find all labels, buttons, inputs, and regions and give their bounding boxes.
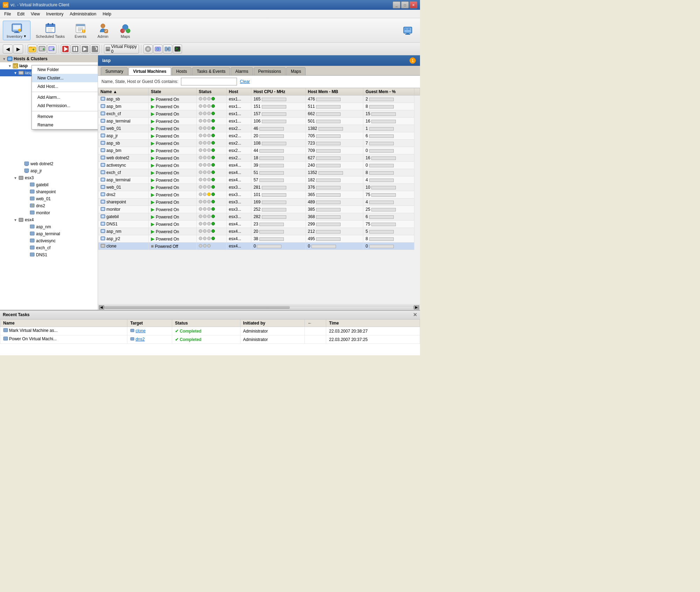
suspend-button[interactable] [71,44,80,54]
ctx-new-cluster[interactable]: New Cluster... Ctrl+L [32,74,98,82]
hscroll-track[interactable] [104,306,414,309]
table-row[interactable]: clone■Powered Offesx4...0 0 0 [98,243,420,250]
tasks-close-button[interactable]: ✕ [413,312,417,318]
new-folder-button[interactable]: + [28,44,37,54]
ctx-add-alarm[interactable]: Add Alarm... [32,93,98,102]
tree-vm-asp-nm[interactable]: asp_nm [0,223,98,230]
hscroll-left[interactable]: ◀ [99,305,104,309]
cd-button[interactable] [144,44,153,54]
menu-help[interactable]: Help [100,11,114,17]
table-row[interactable]: web_01▶Powered Onesx2...46 1382 1 [98,125,420,132]
toolbar-maps[interactable]: Maps [115,21,136,40]
filter-clear[interactable]: Clear [240,79,250,84]
table-row[interactable]: web_01▶Powered Onesx3...281 376 10 [98,184,420,191]
table-row[interactable]: gatebil▶Powered Onesx3...282 368 6 [98,213,420,221]
tree-vm-web01[interactable]: web_01 [0,195,98,202]
task-target-link-2[interactable]: dns2 [135,337,145,342]
migrate-button[interactable] [163,44,172,54]
table-row[interactable]: DNS1▶Powered Onesx4...23 299 75 [98,221,420,228]
menu-view[interactable]: View [28,11,43,17]
maximize-button[interactable]: □ [401,1,409,8]
table-row[interactable]: asp_terminal▶Powered Onesx4...57 182 4 [98,176,420,184]
vm-table-container[interactable]: Name ▲ State Status Host Host CPU - MHz … [98,88,420,304]
tab-alarms[interactable]: Alarms [231,67,253,75]
minimize-button[interactable]: _ [393,1,400,8]
tasks-col-target[interactable]: Target [127,320,172,327]
table-row[interactable]: asp_terminal▶Powered Onesx1...106 501 16 [98,118,420,125]
table-row[interactable]: Mark Virtual Machine as... clone ✔ Compl… [0,327,420,335]
tab-hosts[interactable]: Hosts [172,67,192,75]
tasks-col-status[interactable]: Status [172,320,240,327]
table-row[interactable]: sharepoint▶Powered Onesx3...169 489 4 [98,199,420,206]
tree-host-esx4[interactable]: ▼ esx4 [0,216,98,223]
table-row[interactable]: dns2▶Powered Onesx3...101 365 75 [98,191,420,199]
toolbar-inventory[interactable]: ! Inventory ▼ [3,21,30,40]
ctx-new-folder[interactable]: New Folder Ctrl+F [32,65,98,74]
tree-vm-gatebil[interactable]: gatebil [0,181,98,188]
table-row[interactable]: exch_cf▶Powered Onesx1...157 662 15 [98,110,420,118]
task-target-1[interactable]: clone [127,327,172,335]
hscroll[interactable]: ◀ ▶ [98,304,420,310]
hscroll-right[interactable]: ▶ [414,305,419,309]
table-row[interactable]: asp_sb▶Powered Onesx2...108 723 7 [98,140,420,147]
forward-button[interactable]: ▶ [13,44,23,54]
tab-summary[interactable]: Summary [101,67,128,75]
menu-edit[interactable]: Edit [14,11,27,17]
col-name[interactable]: Name ▲ [98,88,149,96]
toolbar-scheduled-tasks[interactable]: Scheduled Tasks [32,21,69,40]
table-row[interactable]: asp_bm▶Powered Onesx1...151 511 8 [98,103,420,110]
table-row[interactable]: asp_jr2▶Powered Onesx4...38 495 8 [98,235,420,243]
table-row[interactable]: asp_jr▶Powered Onesx2...20 705 6 [98,132,420,140]
tree-vm-activesync[interactable]: activesync [0,237,98,244]
tab-permissions[interactable]: Permissions [254,67,286,75]
col-host-cpu[interactable]: Host CPU - MHz [251,88,306,96]
tree-root[interactable]: ▼ Hosts & Clusters [0,55,98,62]
col-host[interactable]: Host [226,88,251,96]
new-vm-button[interactable]: + [47,44,56,54]
tasks-col-time[interactable]: Time [326,320,420,327]
power-on-button[interactable] [61,44,70,54]
table-row[interactable]: exch_cf▶Powered Onesx4...51 1352 8 [98,169,420,176]
col-status[interactable]: Status [196,88,226,96]
resume-button[interactable] [80,44,90,54]
hscroll-thumb[interactable] [105,306,290,309]
back-button[interactable]: ◀ [3,44,13,54]
table-row[interactable]: asp_nm▶Powered Onesx4...20 212 5 [98,228,420,235]
toolbar-events[interactable]: ! Events [70,21,91,40]
ctx-add-permission[interactable]: Add Permission... [32,102,98,110]
menu-inventory[interactable]: Inventory [43,11,66,17]
restart-button[interactable] [90,44,99,54]
tab-virtual-machines[interactable]: Virtual Machines [128,67,171,75]
tab-maps[interactable]: Maps [286,67,306,75]
tree-vm-web-dotnet2[interactable]: web dotnet2 [0,160,98,167]
tree-vm-dns2[interactable]: ⚠ dns2 [0,202,98,209]
ctx-rename[interactable]: Rename [32,121,98,129]
menu-file[interactable]: File [1,11,14,17]
menu-administration[interactable]: Administration [67,11,99,17]
col-state[interactable]: State [149,88,197,96]
tree-vm-monitor[interactable]: monitor [0,209,98,216]
table-row[interactable]: monitor▶Powered Onesx3...252 385 25 [98,206,420,213]
tab-tasks-events[interactable]: Tasks & Events [192,67,230,75]
tasks-col-initiatedby[interactable]: Initiated by [240,320,305,327]
tree-host-esx3[interactable]: ▼ esx3 [0,174,98,181]
new-host-button[interactable]: + [37,44,47,54]
task-target-2[interactable]: dns2 [127,335,172,344]
snapshot-button[interactable] [153,44,162,54]
table-row[interactable]: web dotnet2▶Powered Onesx2...18 627 16 [98,154,420,162]
tree-vm-sharepoint[interactable]: sharepoint [0,188,98,195]
col-host-mem[interactable]: Host Mem - MB [306,88,363,96]
tree-vm-dns1[interactable]: DNS1 [0,251,98,258]
tasks-col-name[interactable]: Name [0,320,127,327]
virtual-floppy-button[interactable]: Virtual Floppy 0 [104,44,139,54]
filter-input[interactable] [181,78,237,85]
tree-vm-asp-jr[interactable]: asp_jr [0,167,98,174]
table-row[interactable]: asp_bm▶Powered Onesx2...44 709 0 [98,147,420,154]
toolbar-admin[interactable]: Admin [92,21,113,40]
ctx-remove[interactable]: Remove [32,112,98,121]
tree-vm-exch-cf[interactable]: exch_cf [0,244,98,251]
table-row[interactable]: Power On Virtual Machi... dns2 ✔ Complet… [0,335,420,344]
close-button[interactable]: ✕ [410,1,417,8]
table-row[interactable]: activesync▶Powered Onesx4...39 240 0 [98,162,420,169]
ctx-add-host[interactable]: Add Host... Ctrl+H [32,82,98,91]
